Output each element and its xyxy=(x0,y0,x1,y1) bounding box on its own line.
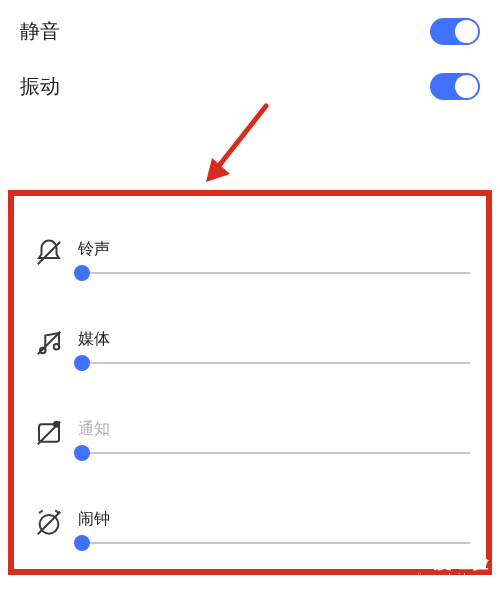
media-label: 媒体 xyxy=(78,329,470,350)
media-thumb[interactable] xyxy=(74,355,90,371)
notify-row: 通知 xyxy=(34,388,470,478)
toggle-section: 静音 振动 xyxy=(0,0,500,124)
music-off-icon xyxy=(34,328,64,358)
mute-row: 静音 xyxy=(0,4,500,59)
vibrate-switch[interactable] xyxy=(430,73,480,100)
ringtone-thumb[interactable] xyxy=(74,265,90,281)
ringtone-label: 铃声 xyxy=(78,239,470,260)
media-row: 媒体 xyxy=(34,298,470,388)
svg-marker-1 xyxy=(206,158,230,182)
vibrate-row: 振动 xyxy=(0,59,500,114)
ringtone-row: 铃声 xyxy=(34,208,470,298)
alarm-label: 闹钟 xyxy=(78,509,470,530)
notify-slider[interactable] xyxy=(78,452,470,454)
notify-label: 通知 xyxy=(78,419,470,440)
notify-off-icon xyxy=(34,418,64,448)
alarm-off-icon xyxy=(34,508,64,538)
notify-thumb[interactable] xyxy=(74,445,90,461)
alarm-row: 闹钟 xyxy=(34,478,470,568)
highlight-box: 铃声 媒体 xyxy=(8,190,492,575)
mute-switch[interactable] xyxy=(430,18,480,45)
svg-point-4 xyxy=(54,344,60,350)
mute-label: 静音 xyxy=(20,18,60,45)
alarm-thumb[interactable] xyxy=(74,535,90,551)
svg-line-10 xyxy=(39,511,43,514)
bell-off-icon xyxy=(34,238,64,268)
vibrate-label: 振动 xyxy=(20,73,60,100)
alarm-slider[interactable] xyxy=(78,542,470,544)
media-slider[interactable] xyxy=(78,362,470,364)
ringtone-slider[interactable] xyxy=(78,272,470,274)
sliders-group: 铃声 媒体 xyxy=(34,208,470,568)
